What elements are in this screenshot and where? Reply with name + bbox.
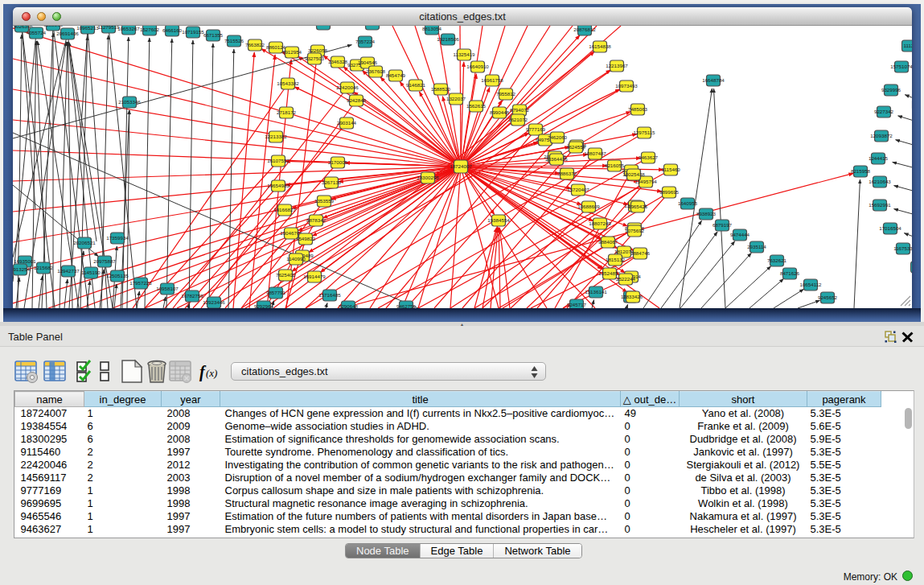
svg-text:20691406: 20691406 <box>56 31 79 36</box>
svg-text:7663822: 7663822 <box>245 42 265 47</box>
svg-text:6216055: 6216055 <box>605 163 625 168</box>
svg-text:1588520: 1588520 <box>431 86 451 92</box>
svg-text:15751074: 15751074 <box>890 64 912 69</box>
svg-text:10958107: 10958107 <box>156 286 179 291</box>
svg-text:12213967: 12213967 <box>606 63 628 68</box>
svg-text:8215958: 8215958 <box>851 168 871 174</box>
svg-text:9884067: 9884067 <box>598 239 618 245</box>
svg-text:15716485: 15716485 <box>318 292 341 298</box>
svg-text:1965426: 1965426 <box>628 204 648 209</box>
svg-text:7625402: 7625402 <box>276 272 296 278</box>
svg-text:9777169: 9777169 <box>526 126 546 132</box>
svg-text:9329996: 9329996 <box>881 87 901 93</box>
svg-text:18807249: 18807249 <box>589 220 611 226</box>
svg-text:10025438: 10025438 <box>622 171 645 177</box>
svg-text:12093872: 12093872 <box>870 133 893 138</box>
svg-text:7485063: 7485063 <box>628 106 648 112</box>
svg-text:10543382: 10543382 <box>277 80 299 86</box>
svg-text:1322037: 1322037 <box>446 96 466 101</box>
svg-text:3267130: 3267130 <box>322 179 342 185</box>
svg-text:9288096: 9288096 <box>43 26 64 27</box>
svg-text:7515526: 7515526 <box>224 38 244 43</box>
svg-text:12923446: 12923446 <box>203 299 225 305</box>
svg-text:9899695: 9899695 <box>659 189 680 195</box>
svg-text:12942737: 12942737 <box>57 268 80 274</box>
svg-text:22420046: 22420046 <box>336 84 359 90</box>
svg-text:10973493: 10973493 <box>615 83 638 89</box>
svg-text:7955812: 7955812 <box>496 91 516 97</box>
svg-text:1353559: 1353559 <box>314 198 335 204</box>
svg-text:1833426: 1833426 <box>623 294 643 299</box>
svg-text:7357224: 7357224 <box>355 39 376 44</box>
svg-text:9146821: 9146821 <box>406 82 426 88</box>
svg-text:11279519: 11279519 <box>97 26 120 30</box>
svg-text:3624554: 3624554 <box>566 144 586 150</box>
svg-text:3913254: 3913254 <box>13 266 31 272</box>
svg-text:2367608: 2367608 <box>366 68 386 74</box>
svg-text:1112: 1112 <box>904 43 912 48</box>
svg-text:2522244: 2522244 <box>616 276 636 282</box>
svg-text:7886372: 7886372 <box>557 171 577 176</box>
svg-text:9463627: 9463627 <box>639 154 659 160</box>
svg-text:8938923: 8938923 <box>696 211 717 216</box>
svg-text:1904546: 1904546 <box>358 60 378 65</box>
svg-text:8878342: 8878342 <box>306 217 326 223</box>
svg-text:1527602: 1527602 <box>140 27 160 32</box>
svg-text:10807487: 10807487 <box>584 150 606 156</box>
svg-text:20206521: 20206521 <box>73 240 96 245</box>
svg-text:3226058: 3226058 <box>308 47 328 53</box>
svg-text:9474444: 9474444 <box>730 232 750 237</box>
svg-text:16210643: 16210643 <box>869 179 891 184</box>
svg-text:8990448: 8990448 <box>490 109 510 115</box>
svg-text:7462060: 7462060 <box>548 134 568 140</box>
svg-text:17957223: 17957223 <box>129 280 152 286</box>
svg-text:17359934: 17359934 <box>106 235 129 241</box>
svg-text:11325419: 11325419 <box>453 51 475 57</box>
svg-text:1215682: 1215682 <box>34 265 54 270</box>
svg-text:1640953: 1640953 <box>678 200 698 206</box>
svg-text:16033809: 16033809 <box>312 26 335 27</box>
svg-text:15720407: 15720407 <box>567 187 589 192</box>
svg-text:15692991: 15692991 <box>869 202 891 208</box>
svg-text:9242848: 9242848 <box>347 97 367 103</box>
svg-text:9857791: 9857791 <box>266 290 286 295</box>
svg-text:1812074: 1812074 <box>614 249 634 254</box>
svg-text:9245717: 9245717 <box>567 302 587 307</box>
svg-text:10719155: 10719155 <box>182 29 204 35</box>
svg-text:4055724: 4055724 <box>27 30 47 35</box>
svg-text:9482752: 9482752 <box>363 26 383 27</box>
svg-text:1244415: 1244415 <box>869 155 889 161</box>
svg-text:9245652: 9245652 <box>818 295 838 300</box>
svg-text:17016504: 17016504 <box>879 225 901 231</box>
svg-text:8454749: 8454749 <box>386 72 406 78</box>
svg-text:1145190: 1145190 <box>81 270 101 275</box>
svg-text:16935001: 16935001 <box>14 258 36 264</box>
svg-text:(x): (x) <box>206 367 217 379</box>
svg-text:2718172: 2718172 <box>277 109 297 115</box>
svg-text:1621072: 1621072 <box>508 117 528 122</box>
svg-text:1549822: 1549822 <box>296 236 316 241</box>
svg-text:1167533: 1167533 <box>893 245 912 251</box>
svg-text:18300295: 18300295 <box>417 175 439 180</box>
svg-text:8813054: 8813054 <box>422 26 442 31</box>
svg-text:2170005: 2170005 <box>328 159 348 165</box>
svg-text:16782759: 16782759 <box>181 293 203 299</box>
svg-text:18724007: 18724007 <box>450 163 472 169</box>
svg-text:12975115: 12975115 <box>633 130 655 135</box>
svg-text:6879197: 6879197 <box>713 222 733 228</box>
svg-text:10965213: 10965213 <box>76 26 99 31</box>
svg-text:9327503: 9327503 <box>305 56 325 61</box>
svg-text:20876812: 20876812 <box>573 27 596 32</box>
svg-text:1815132: 1815132 <box>606 257 626 262</box>
svg-text:13524851: 13524851 <box>598 270 621 276</box>
svg-text:16648784: 16648784 <box>702 77 725 83</box>
svg-text:1346328: 1346328 <box>328 59 348 64</box>
svg-text:21053346: 21053346 <box>118 99 141 105</box>
svg-text:20975887: 20975887 <box>93 258 116 264</box>
svg-text:10653267: 10653267 <box>117 26 140 31</box>
svg-text:16107552: 16107552 <box>267 158 290 163</box>
svg-text:9115460: 9115460 <box>661 167 680 172</box>
svg-text:15136141: 15136141 <box>585 289 607 295</box>
svg-text:8912954: 8912954 <box>282 49 302 55</box>
svg-text:8471626: 8471626 <box>780 270 800 276</box>
